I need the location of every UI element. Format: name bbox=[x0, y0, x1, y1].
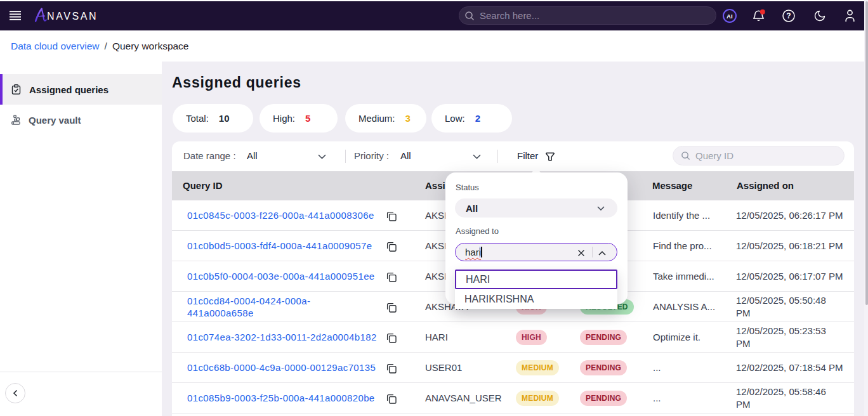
svg-text:?: ? bbox=[786, 11, 791, 20]
svg-text:NAVSAN: NAVSAN bbox=[47, 11, 98, 22]
